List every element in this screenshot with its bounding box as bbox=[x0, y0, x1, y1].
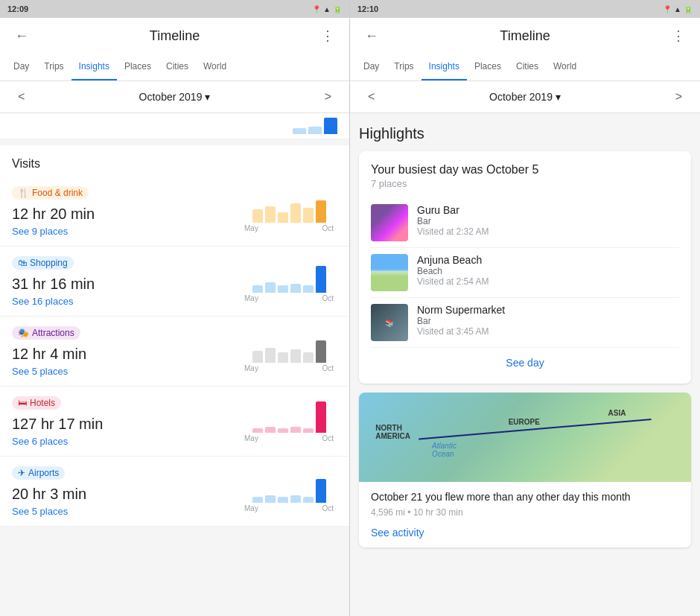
tabs-right: Day Trips Insights Places Cities World bbox=[350, 54, 700, 81]
top-bar-right: ← Timeline ⋮ bbox=[350, 18, 700, 54]
back-button-left[interactable]: ← bbox=[12, 25, 31, 47]
tab-cities-left[interactable]: Cities bbox=[159, 54, 196, 80]
attractions-chart: May Oct bbox=[241, 326, 337, 372]
food-chart: May Oct bbox=[241, 185, 337, 232]
bar bbox=[278, 428, 288, 433]
bar-highlight bbox=[316, 340, 326, 363]
shopping-icon: 🛍 bbox=[18, 258, 27, 268]
top-chart-preview bbox=[0, 113, 349, 139]
map-visual: NORTHAMERICA EUROPE ASIA AtlanticOcean bbox=[359, 393, 691, 482]
tab-cities-right[interactable]: Cities bbox=[509, 54, 546, 80]
airports-icon: ✈ bbox=[18, 468, 25, 478]
tab-places-left[interactable]: Places bbox=[117, 54, 159, 80]
bar bbox=[278, 285, 288, 293]
visits-title: Visits bbox=[0, 145, 349, 177]
shopping-see-places[interactable]: See 16 places bbox=[12, 296, 241, 307]
prev-month-left[interactable]: < bbox=[12, 87, 31, 107]
airports-info: ✈ Airports 20 hr 3 min See 5 places bbox=[12, 466, 241, 517]
shopping-info: 🛍 Shopping 31 hr 16 min See 16 places bbox=[12, 255, 241, 307]
hotels-see-places[interactable]: See 6 places bbox=[12, 436, 241, 447]
more-button-left[interactable]: ⋮ bbox=[318, 25, 337, 47]
scroll-area-right[interactable]: Highlights Your busiest day was October … bbox=[350, 113, 700, 616]
tab-day-left[interactable]: Day bbox=[6, 54, 36, 80]
flight-line bbox=[419, 419, 651, 439]
flight-stats: 4,596 mi • 10 hr 30 min bbox=[359, 506, 691, 524]
see-day-link[interactable]: See day bbox=[371, 348, 679, 372]
preview-bar-2 bbox=[308, 127, 322, 134]
month-nav-left: < October 2019 ▾ > bbox=[0, 81, 349, 113]
norm-supermarket-thumb: 📚 bbox=[371, 304, 408, 341]
shopping-label: Shopping bbox=[30, 258, 68, 268]
hotels-duration: 127 hr 17 min bbox=[12, 416, 241, 433]
category-hotels: 🛏 Hotels 127 hr 17 min See 6 places bbox=[0, 387, 349, 457]
food-tag: 🍴 Food & drink bbox=[12, 186, 89, 200]
scroll-area-left[interactable]: Visits 🍴 Food & drink 12 hr 20 min See 9… bbox=[0, 139, 349, 616]
visits-section: Visits 🍴 Food & drink 12 hr 20 min See 9… bbox=[0, 145, 349, 527]
guru-bar-type: Bar bbox=[417, 216, 679, 226]
more-button-right[interactable]: ⋮ bbox=[669, 25, 688, 47]
thumb-beach-visual bbox=[371, 254, 408, 291]
bar bbox=[265, 282, 276, 293]
battery-icon: 🔋 bbox=[333, 5, 342, 13]
dropdown-icon-left: ▾ bbox=[205, 91, 210, 103]
top-bar-left: ← Timeline ⋮ bbox=[0, 18, 349, 54]
bar bbox=[303, 497, 314, 503]
category-attractions: 🎭 Attractions 12 hr 4 min See 5 places bbox=[0, 317, 349, 387]
bar bbox=[252, 497, 263, 503]
tab-places-right[interactable]: Places bbox=[467, 54, 509, 80]
tab-world-right[interactable]: World bbox=[546, 54, 584, 80]
prev-month-right[interactable]: < bbox=[362, 87, 381, 107]
shopping-tag: 🛍 Shopping bbox=[12, 256, 74, 270]
thumb-bar-visual bbox=[371, 204, 408, 241]
flight-caption: October 21 you flew more than any other … bbox=[359, 482, 691, 506]
status-bar-right: 12:10 📍 ▲ 🔋 bbox=[350, 0, 700, 18]
attractions-label: Attractions bbox=[32, 328, 74, 338]
guru-bar-thumb bbox=[371, 204, 408, 241]
norm-supermarket-name: Norm Supermarket bbox=[417, 304, 679, 316]
status-icons-left: 📍 ▲ 🔋 bbox=[312, 5, 342, 13]
bar bbox=[303, 285, 314, 293]
busiest-day-card: Your busiest day was October 5 7 places … bbox=[359, 151, 691, 384]
back-icon-left: ← bbox=[15, 28, 28, 44]
attractions-chart-labels: May Oct bbox=[244, 364, 334, 372]
attractions-see-places[interactable]: See 5 places bbox=[12, 366, 241, 377]
month-title-right[interactable]: October 2019 ▾ bbox=[489, 91, 561, 103]
attractions-duration: 12 hr 4 min bbox=[12, 346, 241, 363]
tab-trips-left[interactable]: Trips bbox=[36, 54, 71, 80]
hotels-label: Hotels bbox=[30, 398, 55, 408]
back-icon-right: ← bbox=[365, 28, 378, 44]
tab-day-right[interactable]: Day bbox=[356, 54, 386, 80]
food-see-places[interactable]: See 9 places bbox=[12, 226, 241, 237]
attractions-bars bbox=[252, 326, 326, 363]
bar bbox=[278, 497, 288, 503]
next-month-left[interactable]: > bbox=[319, 87, 337, 107]
hotels-bars bbox=[252, 396, 326, 433]
time-left: 12:09 bbox=[7, 4, 28, 13]
tabs-left: Day Trips Insights Places Cities World bbox=[0, 54, 349, 81]
airports-tag: ✈ Airports bbox=[12, 466, 65, 480]
airports-chart-labels: May Oct bbox=[244, 504, 334, 512]
tab-insights-right[interactable]: Insights bbox=[421, 54, 467, 80]
bar bbox=[265, 348, 276, 363]
category-attractions-row: 🎭 Attractions 12 hr 4 min See 5 places bbox=[12, 326, 337, 377]
place-item-guru-bar: Guru Bar Bar Visited at 2:32 AM bbox=[371, 198, 679, 248]
bar-highlight bbox=[316, 266, 326, 293]
airports-see-places[interactable]: See 5 places bbox=[12, 506, 241, 517]
tab-world-left[interactable]: World bbox=[196, 54, 234, 80]
tab-trips-right[interactable]: Trips bbox=[386, 54, 421, 80]
next-month-right[interactable]: > bbox=[669, 87, 688, 107]
tab-insights-left[interactable]: Insights bbox=[71, 54, 117, 80]
month-title-left[interactable]: October 2019 ▾ bbox=[139, 91, 211, 103]
page-title-right: Timeline bbox=[500, 28, 550, 44]
left-panel: 12:09 📍 ▲ 🔋 ← Timeline ⋮ Day Trips Insig… bbox=[0, 0, 350, 616]
bar bbox=[303, 428, 314, 433]
bar bbox=[252, 285, 263, 293]
bar bbox=[265, 206, 276, 223]
highlights-title: Highlights bbox=[359, 125, 691, 142]
back-button-right[interactable]: ← bbox=[362, 25, 381, 47]
guru-bar-info: Guru Bar Bar Visited at 2:32 AM bbox=[417, 204, 679, 237]
bar bbox=[252, 351, 263, 363]
shopping-chart-labels: May Oct bbox=[244, 294, 334, 302]
bar-highlight bbox=[316, 401, 326, 433]
see-activity-link[interactable]: See activity bbox=[359, 524, 691, 547]
